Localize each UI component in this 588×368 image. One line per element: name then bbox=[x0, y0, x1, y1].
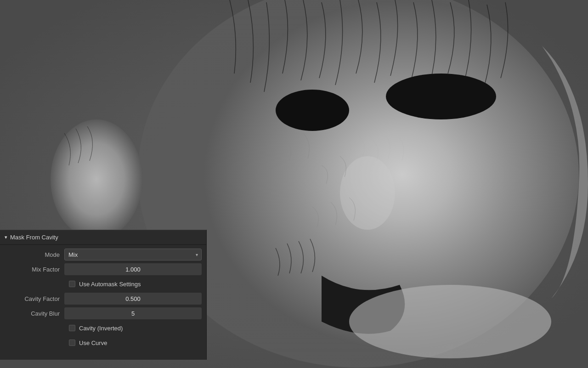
use-curve-checkbox[interactable] bbox=[69, 340, 75, 346]
cavity-factor-field bbox=[64, 293, 202, 305]
mix-factor-field bbox=[64, 263, 202, 275]
cavity-inverted-checkbox[interactable] bbox=[69, 325, 75, 331]
cavity-inverted-label[interactable]: Cavity (Inverted) bbox=[79, 325, 123, 332]
mode-dropdown-wrapper: Mix Multiply Subtract ▾ bbox=[64, 249, 202, 260]
use-automask-row: Use Automask Settings bbox=[5, 278, 202, 290]
cavity-blur-label: Cavity Blur bbox=[5, 310, 64, 317]
mode-field-container: Mix Multiply Subtract ▾ bbox=[64, 249, 202, 260]
cavity-factor-input[interactable] bbox=[64, 293, 202, 305]
mask-from-cavity-panel: ▾ Mask From Cavity Mode Mix Multiply Sub… bbox=[0, 230, 207, 360]
collapse-icon[interactable]: ▾ bbox=[5, 234, 7, 240]
mode-label: Mode bbox=[5, 251, 64, 258]
mode-row: Mode Mix Multiply Subtract ▾ bbox=[5, 249, 202, 260]
use-automask-checkbox[interactable] bbox=[69, 281, 75, 287]
panel-header[interactable]: ▾ Mask From Cavity bbox=[0, 230, 206, 245]
svg-point-5 bbox=[51, 119, 142, 239]
mix-factor-label: Mix Factor bbox=[5, 266, 64, 273]
svg-point-2 bbox=[276, 90, 349, 131]
cavity-blur-field bbox=[64, 307, 202, 319]
use-curve-row: Use Curve bbox=[5, 337, 202, 349]
mix-factor-input[interactable] bbox=[64, 263, 202, 275]
svg-point-3 bbox=[386, 74, 496, 119]
mode-dropdown[interactable]: Mix Multiply Subtract bbox=[64, 249, 202, 260]
svg-point-6 bbox=[349, 285, 551, 358]
svg-point-4 bbox=[340, 156, 395, 230]
panel-title: Mask From Cavity bbox=[10, 234, 58, 241]
use-curve-label[interactable]: Use Curve bbox=[79, 340, 107, 346]
panel-body: Mode Mix Multiply Subtract ▾ Mix Factor bbox=[0, 245, 206, 355]
use-automask-label[interactable]: Use Automask Settings bbox=[79, 281, 141, 288]
mix-factor-row: Mix Factor bbox=[5, 263, 202, 275]
cavity-factor-label: Cavity Factor bbox=[5, 295, 64, 302]
cavity-blur-row: Cavity Blur bbox=[5, 307, 202, 319]
cavity-inverted-row: Cavity (Inverted) bbox=[5, 322, 202, 334]
cavity-blur-input[interactable] bbox=[64, 307, 202, 319]
cavity-factor-row: Cavity Factor bbox=[5, 293, 202, 305]
